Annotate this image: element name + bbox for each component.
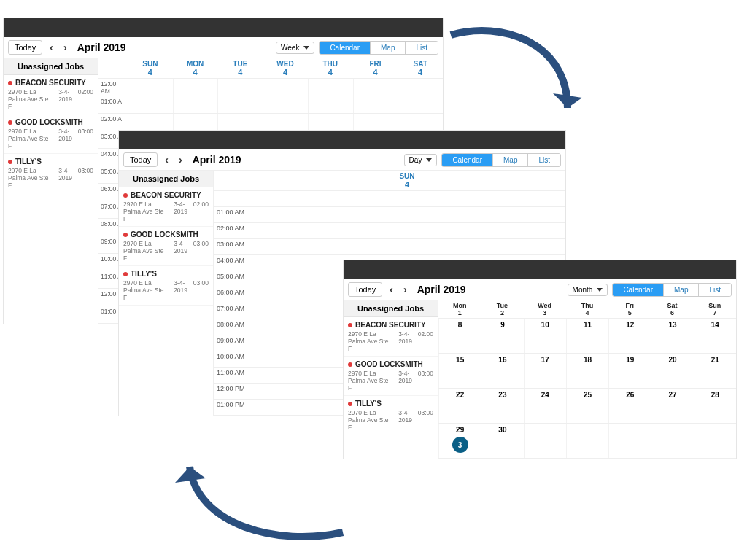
week-day-col: FRI4	[353, 58, 398, 78]
range-select[interactable]: Month	[568, 284, 608, 296]
tab-map[interactable]: Map	[370, 42, 405, 54]
calendar-cell[interactable]	[308, 114, 353, 131]
job-name: GOOD LOCKSMITH	[348, 360, 433, 368]
month-cell[interactable]	[608, 424, 651, 458]
week-day-col: THU4	[308, 58, 353, 78]
unassigned-job[interactable]: GOOD LOCKSMITH2970 E La Palma Ave Ste F3…	[4, 114, 98, 154]
month-row: 29330	[438, 424, 736, 459]
period-title: April 2019	[417, 284, 466, 295]
month-cell[interactable]: 23	[481, 389, 523, 423]
month-cell[interactable]: 16	[481, 354, 523, 388]
unassigned-job[interactable]: TILLY'S2970 E La Palma Ave Ste F3-4-2019…	[119, 266, 213, 306]
unassigned-job[interactable]: TILLY'S2970 E La Palma Ave Ste F3-4-2019…	[4, 154, 98, 193]
calendar-cell[interactable]	[249, 191, 565, 206]
next-button[interactable]: ›	[176, 155, 185, 165]
today-button[interactable]: Today	[8, 40, 42, 55]
unassigned-job[interactable]: TILLY'S2970 E La Palma Ave Ste F3-4-2019…	[344, 396, 438, 435]
calendar-cell[interactable]	[217, 96, 263, 113]
calendar-cell[interactable]	[398, 114, 443, 131]
tab-calendar[interactable]: Calendar	[442, 154, 492, 166]
prev-button[interactable]: ‹	[47, 42, 56, 52]
tab-list[interactable]: List	[527, 154, 560, 166]
calendar-cell[interactable]	[398, 96, 443, 113]
unassigned-sidebar: Unassigned Jobs BEACON SECURITY2970 E La…	[4, 58, 98, 324]
week-day-header: SUN4MON4TUE4WED4THU4FRI4SAT4	[98, 58, 443, 79]
tab-calendar[interactable]: Calendar	[320, 42, 370, 54]
tab-map[interactable]: Map	[492, 154, 527, 166]
calendar-cell[interactable]	[249, 207, 565, 222]
month-cell[interactable]: 14	[694, 319, 736, 353]
month-cell[interactable]: 8	[438, 319, 481, 353]
month-cell[interactable]	[524, 424, 566, 458]
month-cell[interactable]: 9	[481, 319, 523, 353]
calendar-cell[interactable]	[353, 96, 398, 113]
calendar-cell[interactable]	[249, 223, 565, 238]
time-label: 07:00 AM	[214, 303, 249, 319]
calendar-cell[interactable]	[173, 79, 218, 96]
calendar-cell[interactable]	[173, 96, 218, 113]
toolbar: Today ‹ › April 2019 Month Calendar Map …	[344, 279, 736, 300]
month-cell[interactable]	[651, 424, 693, 458]
month-cell[interactable]: 28	[694, 389, 736, 423]
today-button[interactable]: Today	[123, 152, 158, 167]
tab-calendar[interactable]: Calendar	[613, 284, 663, 296]
calendar-cell[interactable]	[128, 79, 173, 96]
month-cell[interactable]: 293	[438, 424, 481, 458]
month-cell[interactable]	[694, 424, 736, 458]
month-cell[interactable]: 26	[608, 389, 651, 423]
unassigned-job[interactable]: GOOD LOCKSMITH2970 E La Palma Ave Ste F3…	[119, 227, 213, 266]
calendar-cell[interactable]	[263, 114, 308, 131]
month-cell[interactable]: 22	[438, 389, 481, 423]
range-select[interactable]: Week	[276, 42, 314, 54]
calendar-cell[interactable]	[217, 114, 263, 131]
month-cell[interactable]: 21	[694, 354, 736, 388]
unassigned-title: Unassigned Jobs	[119, 171, 213, 187]
prev-button[interactable]: ‹	[387, 284, 396, 295]
calendar-cell[interactable]	[398, 79, 443, 96]
month-calendar: Mon1Tue2Wed3Thu4Fri5Sat6Sun7 89101112131…	[438, 300, 736, 459]
tab-map[interactable]: Map	[663, 284, 698, 296]
month-cell[interactable]: 17	[524, 354, 566, 388]
month-cell[interactable]: 11	[566, 319, 608, 353]
tab-list[interactable]: List	[405, 42, 438, 54]
month-cell[interactable]: 15	[438, 354, 481, 388]
calendar-cell[interactable]	[128, 114, 173, 131]
month-cell[interactable]: 10	[524, 319, 566, 353]
month-cell[interactable]: 12	[608, 319, 651, 353]
calendar-cell[interactable]	[128, 96, 173, 113]
tab-list[interactable]: List	[698, 284, 731, 296]
event-count-badge[interactable]: 3	[452, 437, 468, 453]
month-cell[interactable]: 27	[651, 389, 693, 423]
view-segmented: Calendar Map List	[612, 283, 732, 297]
calendar-cell[interactable]	[263, 96, 308, 113]
calendar-cell[interactable]	[217, 79, 263, 96]
month-cell[interactable]: 20	[651, 354, 693, 388]
next-button[interactable]: ›	[61, 42, 70, 52]
unassigned-job[interactable]: BEACON SECURITY2970 E La Palma Ave Ste F…	[344, 317, 438, 357]
calendar-cell[interactable]	[249, 239, 565, 254]
prev-button[interactable]: ‹	[162, 155, 171, 165]
day-header: SUN 4	[214, 171, 565, 191]
month-cell[interactable]: 19	[608, 354, 651, 388]
calendar-cell[interactable]	[353, 79, 398, 96]
month-cell[interactable]: 25	[566, 389, 608, 423]
calendar-cell[interactable]	[173, 114, 218, 131]
month-cell[interactable]: 24	[524, 389, 566, 423]
unassigned-job[interactable]: GOOD LOCKSMITH2970 E La Palma Ave Ste F3…	[344, 357, 438, 396]
calendar-cell[interactable]	[353, 114, 398, 131]
month-cell[interactable]: 30	[481, 424, 523, 458]
unassigned-sidebar: Unassigned Jobs BEACON SECURITY2970 E La…	[119, 171, 214, 416]
month-cell[interactable]	[566, 424, 608, 458]
chevron-down-icon	[597, 288, 603, 292]
month-dow-col: Sat6	[651, 300, 693, 318]
calendar-cell[interactable]	[263, 79, 308, 96]
month-cell[interactable]: 13	[651, 319, 693, 353]
month-cell[interactable]: 18	[566, 354, 608, 388]
calendar-cell[interactable]	[308, 96, 353, 113]
next-button[interactable]: ›	[400, 284, 410, 295]
unassigned-job[interactable]: BEACON SECURITY2970 E La Palma Ave Ste F…	[4, 75, 98, 114]
today-button[interactable]: Today	[348, 282, 382, 297]
calendar-cell[interactable]	[308, 79, 353, 96]
unassigned-job[interactable]: BEACON SECURITY2970 E La Palma Ave Ste F…	[119, 187, 213, 227]
range-select[interactable]: Day	[404, 154, 438, 166]
